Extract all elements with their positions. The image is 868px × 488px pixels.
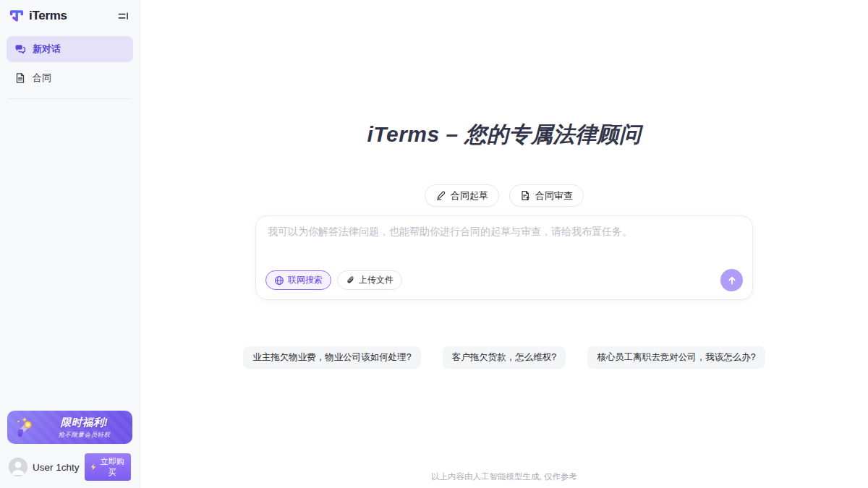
document-icon [14,72,26,84]
suggestion-chips: 业主拖欠物业费，物业公司该如何处理? 客户拖欠货款，怎么维权? 核心员工离职去竞… [179,346,830,369]
avatar[interactable] [9,458,27,476]
web-search-label: 联网搜索 [288,274,323,286]
globe-icon [274,275,284,286]
megaphone-icon [13,415,38,440]
composer-toolbar: 联网搜索 上传文件 [265,269,743,291]
logo-row: iTerms [0,0,140,30]
app-window: iTerms [0,0,868,488]
upload-file-label: 上传文件 [359,274,393,286]
document-plus-icon [520,190,531,201]
app-logo: iTerms [9,8,67,24]
composer: 联网搜索 上传文件 [255,215,753,300]
suggestion-chip[interactable]: 客户拖欠货款，怎么维权? [443,346,566,369]
upload-file-button[interactable]: 上传文件 [337,270,402,290]
main-panel: iTerms – 您的专属法律顾问 合同起草 [140,0,868,488]
sidebar-bottom: 限时福利! 抢不限量会员特权 User 1chty [0,403,140,488]
user-row: User 1chty 立即购买 [7,453,132,481]
chat-icon [14,43,26,55]
contract-draft-label: 合同起草 [451,189,488,202]
web-search-toggle[interactable]: 联网搜索 [265,270,331,290]
promo-title: 限时福利! [42,416,127,429]
buy-now-label: 立即购买 [99,456,126,478]
arrow-up-icon [726,275,738,286]
ai-disclaimer: 以上内容由人工智能模型生成, 仅作参考 [140,471,868,482]
send-button[interactable] [720,269,743,291]
suggestion-chip[interactable]: 核心员工离职去竞对公司，我该怎么办? [587,346,765,369]
sidebar-top: iTerms [0,0,140,99]
sidebar-item-new-chat[interactable]: 新对话 [7,36,133,62]
promo-subtitle: 抢不限量会员特权 [42,431,127,440]
buy-now-button[interactable]: 立即购买 [85,453,131,481]
page-title: iTerms – 您的专属法律顾问 [367,120,641,150]
sidebar-item-label: 新对话 [33,43,61,56]
lightning-icon [90,463,97,471]
pen-icon [435,190,446,201]
iterms-logo-icon [9,8,25,24]
logo-text: iTerms [29,9,67,23]
suggestion-chip[interactable]: 业主拖欠物业费，物业公司该如何处理? [243,346,420,369]
contract-review-button[interactable]: 合同审查 [509,184,584,207]
promo-text: 限时福利! 抢不限量会员特权 [42,416,127,440]
paperclip-icon [346,275,355,285]
contract-draft-button[interactable]: 合同起草 [425,184,499,207]
sidebar-item-contracts[interactable]: 合同 [7,65,133,91]
message-input[interactable] [268,226,741,263]
contract-review-label: 合同审查 [535,189,573,202]
hero: iTerms – 您的专属法律顾问 合同起草 [255,0,753,369]
quick-actions: 合同起草 合同审查 [425,184,584,207]
username: User 1chty [33,462,80,473]
sidebar-divider [9,98,131,99]
sidebar: iTerms [0,0,140,488]
sidebar-nav: 新对话 合同 [0,30,140,91]
promo-banner[interactable]: 限时福利! 抢不限量会员特权 [7,411,132,444]
sidebar-collapse-icon[interactable] [116,9,131,24]
sidebar-item-label: 合同 [33,72,51,85]
